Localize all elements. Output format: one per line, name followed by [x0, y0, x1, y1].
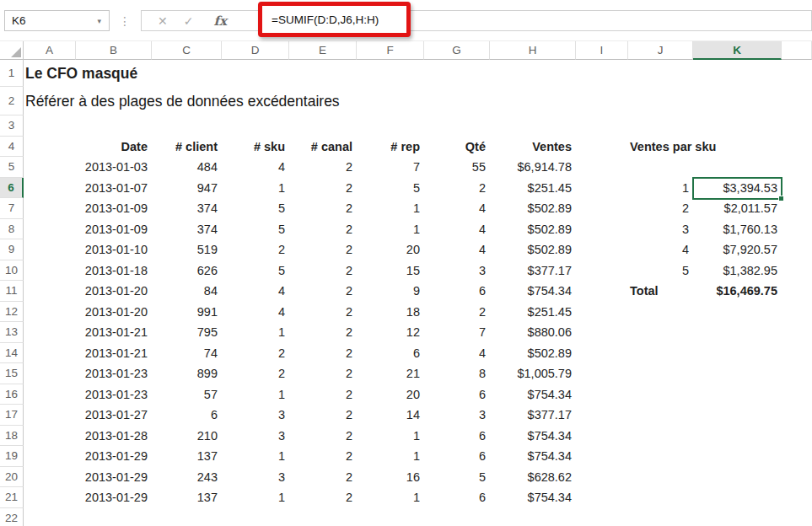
cell-D15[interactable]: 2 [222, 363, 289, 384]
row-header-22[interactable]: 22 [0, 508, 24, 526]
cell-H5[interactable]: $6,914.78 [490, 157, 576, 178]
name-box-dropdown-icon[interactable]: ▾ [97, 17, 109, 25]
cell-F13[interactable]: 12 [357, 322, 424, 343]
cell-B9[interactable]: 2013-01-10 [76, 239, 152, 260]
cell-D20[interactable]: 3 [222, 467, 289, 488]
cell-J7[interactable]: 2 [628, 198, 693, 219]
cell-J6[interactable]: 1 [628, 178, 693, 199]
cell-B17[interactable]: 2013-01-27 [76, 405, 152, 426]
cell-C8[interactable]: 374 [152, 219, 222, 240]
cell-C13[interactable]: 795 [152, 322, 222, 343]
cell-F21[interactable]: 1 [357, 487, 424, 508]
column-header-I[interactable]: I [576, 41, 628, 60]
row-header-5[interactable]: 5 [0, 157, 24, 178]
row-header-3[interactable]: 3 [0, 115, 24, 137]
cell-J11[interactable]: Total [628, 281, 659, 302]
cell-D16[interactable]: 1 [222, 384, 289, 405]
cell-C9[interactable]: 519 [152, 239, 222, 260]
column-header-G[interactable]: G [424, 41, 490, 60]
cell-H18[interactable]: $754.34 [490, 426, 576, 447]
cell-D12[interactable]: 4 [222, 302, 289, 323]
cell-E8[interactable]: 2 [289, 219, 357, 240]
cell-H13[interactable]: $880.06 [490, 322, 576, 343]
cell-F8[interactable]: 1 [357, 219, 424, 240]
fill-handle[interactable] [778, 196, 784, 201]
cell-D13[interactable]: 1 [222, 322, 289, 343]
cell-J9[interactable]: 4 [628, 239, 693, 260]
cell-E4[interactable]: # canal [289, 137, 357, 158]
enter-icon[interactable]: ✓ [184, 14, 194, 28]
cell-G16[interactable]: 6 [424, 384, 490, 405]
cell-K11[interactable]: $16,469.75 [693, 281, 782, 302]
cell-C19[interactable]: 137 [152, 446, 222, 467]
cell-F4[interactable]: # rep [357, 137, 424, 158]
cell-B18[interactable]: 2013-01-28 [76, 426, 152, 447]
cell-C4[interactable]: # client [152, 137, 222, 158]
row-header-11[interactable]: 11 [0, 281, 24, 302]
cell-B4[interactable]: Date [76, 137, 152, 158]
cell-E21[interactable]: 2 [289, 487, 357, 508]
cell-B12[interactable]: 2013-01-20 [76, 302, 152, 323]
cell-H21[interactable]: $754.34 [490, 487, 576, 508]
cell-E15[interactable]: 2 [289, 363, 357, 384]
cell-G8[interactable]: 4 [424, 219, 490, 240]
row-header-1[interactable]: 1 [0, 60, 24, 87]
cell-G14[interactable]: 4 [424, 343, 490, 364]
cell-G4[interactable]: Qté [424, 137, 490, 158]
column-header-A[interactable]: A [24, 41, 76, 60]
cell-B7[interactable]: 2013-01-09 [76, 198, 152, 219]
row-header-21[interactable]: 21 [0, 487, 24, 508]
formula-bar[interactable]: ✕ ✓ fx [141, 10, 812, 31]
cell-C12[interactable]: 991 [152, 302, 222, 323]
cell-C7[interactable]: 374 [152, 198, 222, 219]
cell-B5[interactable]: 2013-01-03 [76, 157, 152, 178]
cell-F9[interactable]: 20 [357, 239, 424, 260]
row-header-10[interactable]: 10 [0, 260, 24, 282]
cell-H4[interactable]: Ventes [490, 137, 576, 158]
row-header-6[interactable]: 6 [0, 178, 24, 199]
cell-F15[interactable]: 21 [357, 363, 424, 384]
cell-E12[interactable]: 2 [289, 302, 357, 323]
cell-B10[interactable]: 2013-01-18 [76, 260, 152, 282]
cell-H14[interactable]: $502.89 [490, 343, 576, 364]
cell-D9[interactable]: 2 [222, 239, 289, 260]
cell-F6[interactable]: 5 [357, 178, 424, 199]
select-all-corner[interactable] [0, 41, 24, 60]
column-header-C[interactable]: C [152, 41, 222, 60]
cell-F18[interactable]: 1 [357, 426, 424, 447]
row-header-20[interactable]: 20 [0, 467, 24, 488]
cell-D11[interactable]: 4 [222, 281, 289, 302]
cell-H9[interactable]: $502.89 [490, 239, 576, 260]
cell-K9[interactable]: $7,920.57 [693, 239, 782, 260]
cell-C11[interactable]: 84 [152, 281, 222, 302]
cell-H17[interactable]: $377.17 [490, 405, 576, 426]
cell-D4[interactable]: # sku [222, 137, 289, 158]
cell-E16[interactable]: 2 [289, 384, 357, 405]
cell-B8[interactable]: 2013-01-09 [76, 219, 152, 240]
cell-D18[interactable]: 3 [222, 426, 289, 447]
cell-H11[interactable]: $754.34 [490, 281, 576, 302]
cell-B13[interactable]: 2013-01-21 [76, 322, 152, 343]
row-header-15[interactable]: 15 [0, 363, 24, 384]
cell-J10[interactable]: 5 [628, 260, 693, 282]
cell-F10[interactable]: 15 [357, 260, 424, 282]
cell-A2[interactable]: Référer à des plages de données excédent… [24, 87, 340, 115]
cell-C18[interactable]: 210 [152, 426, 222, 447]
cell-E17[interactable]: 2 [289, 405, 357, 426]
cell-E20[interactable]: 2 [289, 467, 357, 488]
cell-F7[interactable]: 1 [357, 198, 424, 219]
cell-C17[interactable]: 6 [152, 405, 222, 426]
cell-C14[interactable]: 74 [152, 343, 222, 364]
column-header-K[interactable]: K [693, 41, 782, 60]
cell-G9[interactable]: 4 [424, 239, 490, 260]
cell-H16[interactable]: $754.34 [490, 384, 576, 405]
cell-F17[interactable]: 14 [357, 405, 424, 426]
row-header-18[interactable]: 18 [0, 426, 24, 447]
cell-G19[interactable]: 6 [424, 446, 490, 467]
cell-C5[interactable]: 484 [152, 157, 222, 178]
cell-C15[interactable]: 899 [152, 363, 222, 384]
cell-D14[interactable]: 2 [222, 343, 289, 364]
cell-H10[interactable]: $377.17 [490, 260, 576, 282]
cell-C10[interactable]: 626 [152, 260, 222, 282]
cell-C21[interactable]: 137 [152, 487, 222, 508]
